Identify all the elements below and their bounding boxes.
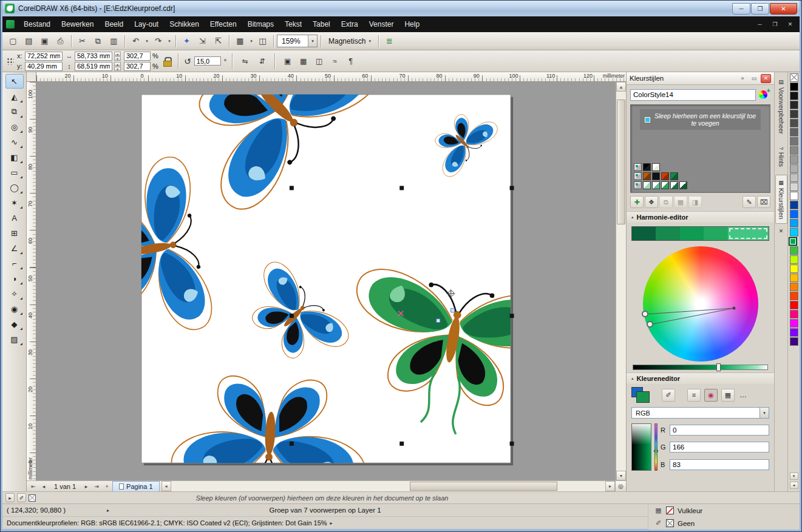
palette-swatch[interactable] (790, 164, 798, 173)
docker-flyout-icon[interactable]: » (738, 74, 747, 83)
palette-swatch[interactable] (790, 228, 798, 237)
delete-style-button[interactable]: ⌧ (757, 196, 770, 208)
selection-handle[interactable] (399, 186, 404, 190)
palette-swatch[interactable] (790, 319, 798, 328)
palette-swatch[interactable] (790, 210, 798, 218)
mirror-horizontal-button[interactable]: ⇋ (238, 54, 252, 68)
parallel-dimension-tool[interactable]: ∠ (5, 241, 24, 255)
selection-handle[interactable] (510, 186, 514, 190)
palette-swatch[interactable] (790, 101, 798, 109)
harmony-handle[interactable] (642, 311, 648, 317)
palette-scroll-down-button[interactable]: ▾ (790, 473, 798, 480)
horizontal-ruler[interactable]: millimeter 20100102030405060708090100110… (36, 72, 626, 82)
convert-to-curves-button[interactable]: ≈ (328, 54, 342, 68)
rectangle-tool[interactable]: ▭ (5, 165, 24, 180)
harmony-handle[interactable] (647, 321, 653, 328)
more-options-icon[interactable]: … (739, 391, 747, 399)
palette-flyout-button[interactable]: ◂ (790, 482, 798, 489)
outline-color-swatch[interactable] (666, 519, 674, 527)
cut-button[interactable]: ✂ (75, 34, 90, 49)
color-style-swatch[interactable] (661, 172, 669, 180)
outline-pen-tool[interactable]: ◉ (5, 301, 24, 316)
play-icon[interactable]: ▸ (5, 493, 15, 502)
palette-swatch[interactable] (790, 219, 798, 227)
color-style-swatch[interactable] (679, 181, 687, 189)
color-viewers-view-button[interactable]: ◉ (704, 389, 718, 402)
connector-tool[interactable]: ⌐ (5, 256, 24, 271)
menu-beeld[interactable]: Beeld (99, 18, 129, 31)
application-launcher-button[interactable]: ▦ (233, 34, 248, 49)
zoom-to-page-button[interactable]: ◎ (615, 481, 626, 491)
palette-swatch[interactable] (790, 92, 798, 100)
copy-button[interactable]: ⧉ (90, 34, 106, 49)
selection-handle[interactable] (290, 186, 294, 190)
color-style-swatch[interactable] (670, 172, 678, 180)
maximize-button[interactable]: ❐ (751, 3, 769, 15)
menu-bestand[interactable]: Bestand (18, 18, 56, 31)
scroll-right-button[interactable]: ▸ (605, 481, 615, 491)
options-button[interactable]: ≣ (382, 34, 397, 49)
butterfly-artwork[interactable] (36, 82, 616, 480)
new-harmony-button[interactable]: ❖ (645, 196, 658, 208)
brightness-slider-thumb[interactable] (716, 363, 721, 371)
hue-strip-handle[interactable] (654, 450, 658, 452)
crop-tool[interactable]: ⧉ (5, 104, 24, 119)
palette-swatch[interactable] (790, 192, 798, 200)
g-value-field[interactable] (670, 442, 769, 453)
wrap-paragraph-text-button[interactable]: ¶ (344, 54, 358, 68)
color-editor-header[interactable]: ▴ Kleureneditor (627, 372, 774, 384)
canvas-vertical-scrollbar[interactable]: ▴ ▾ (616, 82, 626, 480)
color-eyedropper-tool[interactable]: ✧ (5, 286, 24, 301)
smart-fill-tool[interactable]: ◧ (5, 150, 24, 164)
palette-swatch[interactable] (790, 119, 798, 127)
new-style-from-selected-button[interactable] (758, 89, 770, 101)
harmony-segment[interactable] (632, 227, 656, 240)
scale-horizontal-field[interactable] (124, 52, 151, 61)
selection-handle[interactable] (399, 442, 404, 446)
zoom-tool[interactable]: ◎ (5, 120, 24, 134)
combine-button[interactable]: ◫ (312, 54, 326, 68)
last-page-button[interactable]: ⇥ (92, 482, 101, 491)
color-style-swatch[interactable] (652, 181, 660, 189)
object-grip[interactable] (437, 319, 440, 323)
width-stepper[interactable]: ▴▾ (114, 52, 121, 61)
height-stepper[interactable]: ▴▾ (114, 62, 121, 71)
palette-swatch[interactable] (790, 246, 798, 255)
drawing-canvas[interactable] (36, 82, 616, 480)
horizontal-scroll-track[interactable] (171, 481, 605, 491)
brightness-slider[interactable] (633, 365, 768, 370)
blend-tool[interactable]: ◑ (5, 271, 24, 286)
application-launcher-button-dropdown-icon[interactable]: ▾ (248, 34, 254, 49)
scale-vertical-field[interactable] (124, 62, 151, 71)
palette-swatch[interactable] (790, 201, 798, 209)
menu-schikken[interactable]: Schikken (164, 18, 205, 31)
new-color-style-button[interactable]: ✚ (630, 196, 644, 208)
ungroup-button[interactable]: ▦ (296, 54, 310, 68)
palette-swatch[interactable] (790, 137, 798, 146)
color-style-swatch[interactable] (652, 163, 660, 171)
harmony-segment[interactable] (728, 227, 769, 240)
palette-swatch[interactable] (790, 264, 798, 273)
docker-collapse-icon[interactable]: ▭ (749, 74, 759, 83)
menu-tekst[interactable]: Tekst (279, 18, 307, 31)
style-properties-button[interactable]: ✎ (743, 196, 756, 208)
redo-button[interactable]: ↷ (151, 34, 166, 49)
palette-swatch[interactable] (790, 301, 798, 309)
selection-handle[interactable] (510, 314, 514, 318)
group-button[interactable]: ▣ (280, 54, 294, 68)
profilebar-expand-icon[interactable]: ▸ (330, 520, 333, 526)
fill-color-swatch[interactable] (666, 507, 674, 514)
palette-swatch[interactable] (790, 146, 798, 155)
undo-button[interactable]: ↶ (128, 34, 143, 49)
y-position-field[interactable] (25, 62, 63, 71)
palette-swatch[interactable] (790, 274, 798, 282)
color-style-drop-area[interactable]: Sleep hierheen om een kleurstijl toe te … (630, 104, 770, 193)
docker-tabs-close-icon[interactable]: ✕ (779, 228, 784, 234)
docker-tab-kleurstijlen[interactable]: ▦Kleurstijlen (775, 175, 787, 224)
harmony-segment[interactable] (704, 227, 727, 240)
palette-swatch[interactable] (790, 255, 798, 264)
close-button[interactable]: ✕ (770, 3, 797, 15)
first-page-button[interactable]: ⇤ (29, 482, 38, 491)
canvas-horizontal-scrollbar[interactable]: ◂ ▸ (161, 481, 615, 491)
palette-swatch[interactable] (790, 155, 798, 164)
